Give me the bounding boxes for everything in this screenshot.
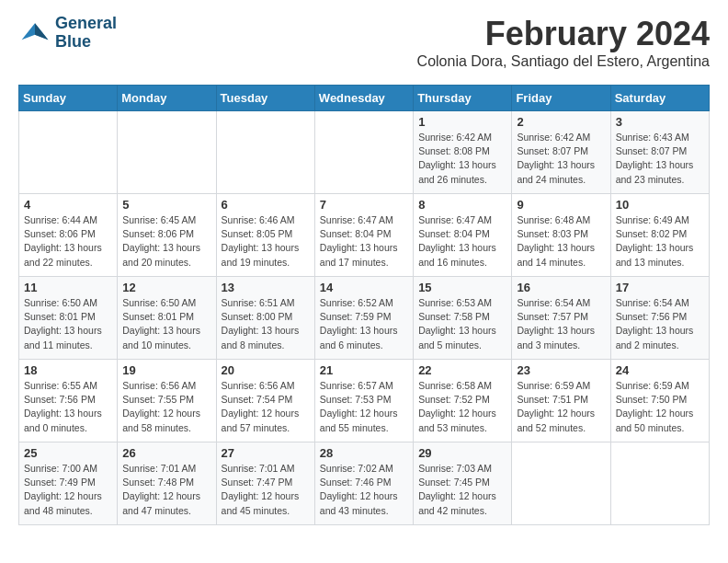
logo-text: General Blue [55,15,117,52]
calendar-week-row: 11Sunrise: 6:50 AM Sunset: 8:01 PM Dayli… [19,277,710,360]
day-info: Sunrise: 6:46 AM Sunset: 8:05 PM Dayligh… [222,213,310,270]
day-info: Sunrise: 6:47 AM Sunset: 8:04 PM Dayligh… [418,213,506,270]
day-number: 29 [418,446,506,460]
day-number: 20 [222,363,310,377]
day-info: Sunrise: 7:01 AM Sunset: 7:47 PM Dayligh… [222,462,310,518]
day-info: Sunrise: 6:51 AM Sunset: 8:00 PM Dayligh… [222,296,310,352]
day-info: Sunrise: 6:56 AM Sunset: 7:54 PM Dayligh… [222,379,310,435]
day-number: 27 [222,446,310,460]
calendar-cell: 2Sunrise: 6:42 AM Sunset: 8:07 PM Daylig… [512,111,610,194]
header-monday: Monday [118,86,216,111]
day-number: 11 [24,281,112,294]
day-info: Sunrise: 6:47 AM Sunset: 8:04 PM Dayligh… [320,213,408,270]
calendar-cell: 27Sunrise: 7:01 AM Sunset: 7:47 PM Dayli… [216,442,314,525]
calendar-cell: 11Sunrise: 6:50 AM Sunset: 8:01 PM Dayli… [19,277,118,360]
calendar-week-row: 4Sunrise: 6:44 AM Sunset: 8:06 PM Daylig… [19,194,710,277]
day-number: 2 [517,115,605,129]
calendar-week-row: 18Sunrise: 6:55 AM Sunset: 7:56 PM Dayli… [19,360,710,442]
calendar-cell: 28Sunrise: 7:02 AM Sunset: 7:46 PM Dayli… [314,442,413,525]
day-number: 3 [616,115,704,129]
day-info: Sunrise: 6:48 AM Sunset: 8:03 PM Dayligh… [517,213,605,270]
day-info: Sunrise: 6:49 AM Sunset: 8:02 PM Dayligh… [616,213,704,270]
day-number: 10 [616,198,704,212]
day-number: 14 [320,281,408,294]
day-number: 8 [418,198,506,212]
day-info: Sunrise: 7:01 AM Sunset: 7:48 PM Dayligh… [122,462,210,518]
day-info: Sunrise: 6:52 AM Sunset: 7:59 PM Dayligh… [320,296,408,352]
calendar-cell: 16Sunrise: 6:54 AM Sunset: 7:57 PM Dayli… [512,277,610,360]
calendar-table: SundayMondayTuesdayWednesdayThursdayFrid… [18,85,710,525]
calendar-cell: 24Sunrise: 6:59 AM Sunset: 7:50 PM Dayli… [610,360,709,442]
calendar-cell: 9Sunrise: 6:48 AM Sunset: 8:03 PM Daylig… [512,194,610,277]
logo: General Blue [18,15,117,52]
calendar-cell: 13Sunrise: 6:51 AM Sunset: 8:00 PM Dayli… [216,277,314,360]
day-info: Sunrise: 6:50 AM Sunset: 8:01 PM Dayligh… [122,296,210,352]
day-info: Sunrise: 6:55 AM Sunset: 7:56 PM Dayligh… [24,379,112,435]
calendar-cell: 14Sunrise: 6:52 AM Sunset: 7:59 PM Dayli… [314,277,413,360]
calendar-week-row: 1Sunrise: 6:42 AM Sunset: 8:08 PM Daylig… [19,111,710,194]
calendar-cell: 4Sunrise: 6:44 AM Sunset: 8:06 PM Daylig… [19,194,118,277]
calendar-cell: 15Sunrise: 6:53 AM Sunset: 7:58 PM Dayli… [414,277,512,360]
svg-marker-1 [35,23,48,40]
day-info: Sunrise: 7:03 AM Sunset: 7:45 PM Dayligh… [418,462,506,518]
location-title: Colonia Dora, Santiago del Estero, Argen… [417,53,710,70]
calendar-cell: 12Sunrise: 6:50 AM Sunset: 8:01 PM Dayli… [118,277,216,360]
page-header: General Blue February 2024 Colonia Dora,… [18,15,710,81]
day-number: 9 [517,198,605,212]
month-title: February 2024 [417,15,710,53]
calendar-cell: 10Sunrise: 6:49 AM Sunset: 8:02 PM Dayli… [610,194,709,277]
calendar-cell [314,111,413,194]
day-number: 17 [616,281,704,294]
day-number: 7 [320,198,408,212]
day-info: Sunrise: 6:45 AM Sunset: 8:06 PM Dayligh… [122,213,210,270]
day-info: Sunrise: 7:00 AM Sunset: 7:49 PM Dayligh… [24,462,112,518]
day-number: 24 [616,363,704,377]
calendar-cell: 5Sunrise: 6:45 AM Sunset: 8:06 PM Daylig… [118,194,216,277]
calendar-cell: 3Sunrise: 6:43 AM Sunset: 8:07 PM Daylig… [610,111,709,194]
day-info: Sunrise: 6:42 AM Sunset: 8:08 PM Dayligh… [418,131,506,187]
calendar-cell: 21Sunrise: 6:57 AM Sunset: 7:53 PM Dayli… [314,360,413,442]
day-number: 18 [24,363,112,377]
day-number: 21 [320,363,408,377]
header-sunday: Sunday [19,86,118,111]
day-info: Sunrise: 6:53 AM Sunset: 7:58 PM Dayligh… [418,296,506,352]
day-info: Sunrise: 6:58 AM Sunset: 7:52 PM Dayligh… [418,379,506,435]
day-info: Sunrise: 6:44 AM Sunset: 8:06 PM Dayligh… [24,213,112,270]
day-number: 13 [222,281,310,294]
day-info: Sunrise: 6:50 AM Sunset: 8:01 PM Dayligh… [24,296,112,352]
day-info: Sunrise: 6:59 AM Sunset: 7:50 PM Dayligh… [616,379,704,435]
day-number: 28 [320,446,408,460]
calendar-header-row: SundayMondayTuesdayWednesdayThursdayFrid… [19,86,710,111]
calendar-cell: 23Sunrise: 6:59 AM Sunset: 7:51 PM Dayli… [512,360,610,442]
logo-icon [18,17,51,50]
calendar-cell [512,442,610,525]
day-number: 12 [122,281,210,294]
day-number: 16 [517,281,605,294]
calendar-cell: 22Sunrise: 6:58 AM Sunset: 7:52 PM Dayli… [414,360,512,442]
calendar-cell: 26Sunrise: 7:01 AM Sunset: 7:48 PM Dayli… [118,442,216,525]
header-saturday: Saturday [610,86,709,111]
calendar-cell: 20Sunrise: 6:56 AM Sunset: 7:54 PM Dayli… [216,360,314,442]
calendar-cell: 8Sunrise: 6:47 AM Sunset: 8:04 PM Daylig… [414,194,512,277]
day-info: Sunrise: 6:42 AM Sunset: 8:07 PM Dayligh… [517,131,605,187]
day-info: Sunrise: 6:57 AM Sunset: 7:53 PM Dayligh… [320,379,408,435]
day-info: Sunrise: 6:54 AM Sunset: 7:57 PM Dayligh… [517,296,605,352]
calendar-cell: 19Sunrise: 6:56 AM Sunset: 7:55 PM Dayli… [118,360,216,442]
header-right: February 2024 Colonia Dora, Santiago del… [417,15,710,79]
day-info: Sunrise: 6:54 AM Sunset: 7:56 PM Dayligh… [616,296,704,352]
calendar-cell [610,442,709,525]
day-info: Sunrise: 6:43 AM Sunset: 8:07 PM Dayligh… [616,131,704,187]
day-info: Sunrise: 6:59 AM Sunset: 7:51 PM Dayligh… [517,379,605,435]
day-number: 1 [418,115,506,129]
header-thursday: Thursday [414,86,512,111]
header-tuesday: Tuesday [216,86,314,111]
day-number: 4 [24,198,112,212]
calendar-cell: 18Sunrise: 6:55 AM Sunset: 7:56 PM Dayli… [19,360,118,442]
day-info: Sunrise: 7:02 AM Sunset: 7:46 PM Dayligh… [320,462,408,518]
header-friday: Friday [512,86,610,111]
day-number: 6 [222,198,310,212]
day-number: 15 [418,281,506,294]
calendar-cell [216,111,314,194]
day-info: Sunrise: 6:56 AM Sunset: 7:55 PM Dayligh… [122,379,210,435]
calendar-week-row: 25Sunrise: 7:00 AM Sunset: 7:49 PM Dayli… [19,442,710,525]
